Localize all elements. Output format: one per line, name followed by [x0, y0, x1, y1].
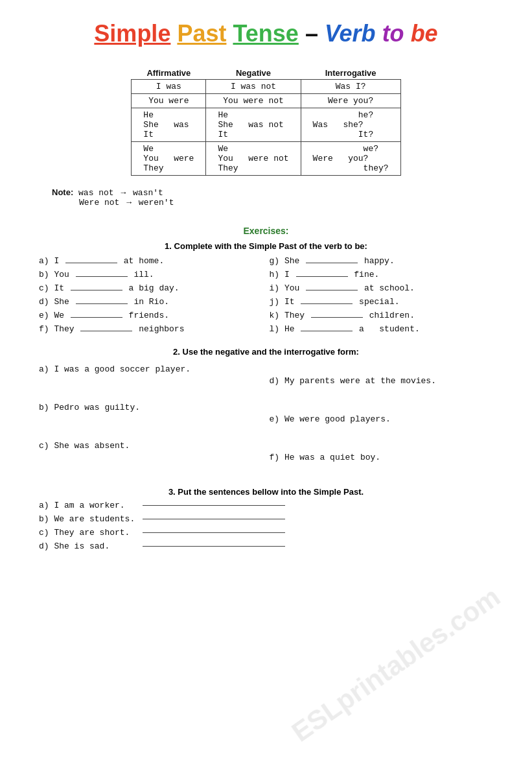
list-item: a) I am a worker.	[39, 501, 493, 510]
ex3-answer-blank	[143, 546, 285, 547]
title-to: to	[382, 20, 404, 47]
int-was-i: Was I?	[301, 80, 400, 94]
neg-you-were-not: You were not	[206, 94, 301, 108]
list-item: c) They are short.	[39, 528, 493, 538]
ex3-list: a) I am a worker. b) We are students. c)…	[39, 501, 493, 551]
list-item: f) They neighbors	[39, 323, 263, 335]
grammar-table: Affirmative Negative Interrogative I was…	[131, 67, 400, 176]
aff-i-was: I was	[132, 80, 206, 94]
grammar-table-wrapper: Affirmative Negative Interrogative I was…	[32, 67, 500, 176]
exercise-2: 2. Use the negative and the interrogativ…	[32, 347, 500, 475]
list-item: d) She is sad.	[39, 541, 493, 551]
ex3-answer-blank	[143, 519, 285, 519]
watermark: ESLprintables.com	[286, 581, 505, 748]
list-item: d) She in Rio.	[39, 296, 263, 308]
list-item: a) I at home.	[39, 255, 263, 267]
list-item: h) I fine.	[270, 268, 494, 281]
ex3-answer-blank	[143, 532, 285, 533]
int-were-you: Were you?	[301, 94, 400, 108]
list-item: e) We were good players.	[270, 399, 494, 437]
table-row: I was I was not Was I?	[132, 80, 400, 94]
title-past: Past	[177, 20, 226, 47]
neg-i-was-not: I was not	[206, 80, 301, 94]
ex3-heading: 3. Put the sentences bellow into the Sim…	[32, 487, 500, 497]
title-tense: Tense	[233, 20, 298, 47]
ex3-sentence: b) We are students.	[39, 514, 143, 524]
list-item: b) You ill.	[39, 268, 263, 281]
table-row: WeYou wereThey WeYou were notThey we?Wer…	[132, 142, 400, 176]
list-item: a) I was a good soccer player.	[39, 361, 263, 399]
ex2-heading: 2. Use the negative and the interrogativ…	[32, 347, 500, 357]
title-verb: Verb	[325, 20, 376, 47]
ex3-answer-blank	[143, 505, 285, 506]
list-item: b) Pedro was guilty.	[39, 399, 263, 437]
neg-we-you-they: WeYou were notThey	[206, 142, 301, 176]
exercises-title: Exercises:	[32, 226, 500, 236]
aff-he-she-it: HeShe wasIt	[132, 108, 206, 142]
exercise-1: 1. Complete with the Simple Past of the …	[32, 241, 500, 335]
exercise-3: 3. Put the sentences bellow into the Sim…	[32, 487, 500, 551]
list-item: l) He a student.	[270, 323, 494, 335]
title-be: be	[411, 20, 438, 47]
aff-we-you-they: WeYou wereThey	[132, 142, 206, 176]
note-line1: was not → wasn't	[78, 188, 163, 198]
title-dash: –	[305, 20, 325, 47]
list-item: c) It a big day.	[39, 282, 263, 294]
aff-you-were: You were	[132, 94, 206, 108]
list-item: e) We friends.	[39, 309, 263, 322]
table-row: You were You were not Were you?	[132, 94, 400, 108]
ex3-sentence: d) She is sad.	[39, 541, 143, 551]
list-item: i) You at school.	[270, 282, 494, 294]
list-item: j) It special.	[270, 296, 494, 308]
ex3-sentence: c) They are short.	[39, 528, 143, 538]
title-simple: Simple	[94, 20, 170, 47]
table-row: HeShe wasIt HeShe was notIt he?Was she? …	[132, 108, 400, 142]
neg-he-she-it: HeShe was notIt	[206, 108, 301, 142]
ex3-sentence: a) I am a worker.	[39, 501, 143, 510]
list-item: c) She was absent.	[39, 437, 263, 475]
list-item: d) My parents were at the movies.	[270, 361, 494, 399]
list-item: f) He was a quiet boy.	[270, 437, 494, 475]
page-title: Simple Past Tense – Verb to be	[32, 19, 500, 47]
ex1-grid: a) I at home. g) She happy. b) You ill. …	[39, 255, 493, 335]
int-he-she-it: he?Was she? It?	[301, 108, 400, 142]
col-header-negative: Negative	[206, 67, 301, 80]
note-section: Note: was not → wasn't Were not → weren'…	[52, 187, 500, 207]
note-label: Note:	[52, 187, 73, 197]
ex1-heading: 1. Complete with the Simple Past of the …	[32, 241, 500, 251]
int-we-you-they: we?Were you? they?	[301, 142, 400, 176]
list-item: k) They children.	[270, 309, 494, 322]
col-header-affirmative: Affirmative	[132, 67, 206, 80]
ex2-grid: a) I was a good soccer player. d) My par…	[39, 361, 493, 475]
note-line2: Were not → weren't	[79, 198, 174, 207]
col-header-interrogative: Interrogative	[301, 67, 400, 80]
list-item: b) We are students.	[39, 514, 493, 524]
list-item: g) She happy.	[270, 255, 494, 267]
